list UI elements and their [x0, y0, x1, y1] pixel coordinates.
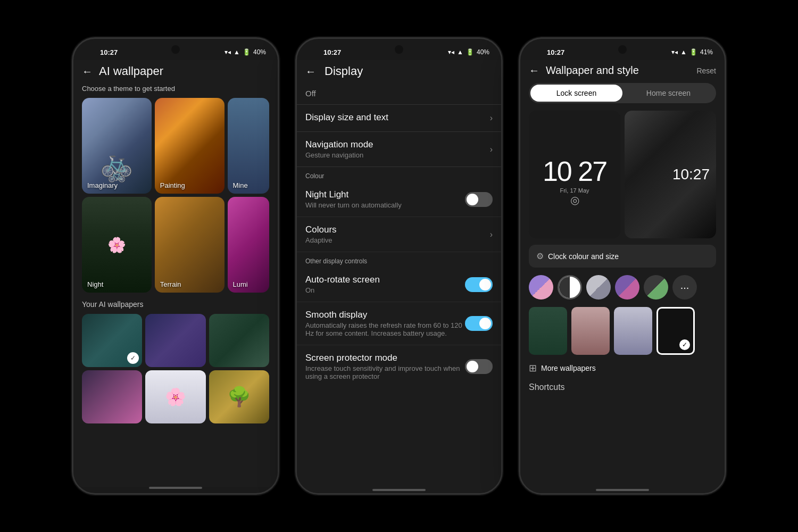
display-header: ← Display: [297, 60, 501, 86]
theme-mine[interactable]: Mine: [228, 98, 269, 194]
phones-container: 10:27 ▾◂ ▲ 🔋 40% ← AI wallpaper Choose a…: [61, 27, 737, 505]
clock-colour-button[interactable]: ⚙ Clock colour and size: [529, 245, 716, 268]
tab-lock-screen[interactable]: Lock screen: [530, 85, 622, 102]
preview-time-right: 10:27: [672, 166, 710, 183]
wifi-icon-3: ▾◂: [671, 48, 678, 56]
preview-pane-right: 10:27: [625, 111, 716, 238]
phone-2: 10:27 ▾◂ ▲ 🔋 40% ← Display Off Display s…: [295, 37, 503, 495]
colour-option-1[interactable]: [529, 275, 553, 300]
theme-section-label: Choose a theme to get started: [73, 85, 278, 98]
status-bar-1: 10:27 ▾◂ ▲ 🔋 40%: [73, 39, 278, 60]
more-wallpapers-button[interactable]: ⊞ More wallpapers: [520, 355, 725, 374]
signal-icon-3: ▲: [680, 48, 687, 56]
theme-label-lumi: Lumi: [233, 280, 248, 288]
screen-protector-toggle[interactable]: [465, 359, 493, 374]
phone-3: 10:27 ▾◂ ▲ 🔋 41% ← Wallpaper and style R…: [519, 37, 726, 495]
nav-mode-text: Navigation mode Gesture navigation: [305, 139, 490, 159]
colour-option-5[interactable]: [644, 275, 668, 300]
screen-protector-title: Screen protector mode: [305, 353, 465, 363]
theme-label-painting: Painting: [160, 181, 185, 189]
wallpaper-thumb-1[interactable]: [529, 307, 567, 355]
back-arrow-1[interactable]: ←: [82, 65, 93, 78]
colour-option-4[interactable]: [615, 275, 639, 300]
tab-home-screen[interactable]: Home screen: [622, 85, 714, 102]
theme-imaginary[interactable]: 🚲 Imaginary: [82, 98, 152, 194]
more-wallpapers-label: More wallpapers: [541, 364, 596, 372]
back-arrow-3[interactable]: ←: [529, 64, 539, 77]
flower-icon: 🌸: [107, 236, 126, 254]
theme-thumb-imaginary: 🚲: [82, 98, 152, 194]
colour-option-3[interactable]: [586, 275, 611, 300]
battery-icon-2: 🔋: [466, 48, 474, 56]
wallpaper-preview-container: 10 27 Fri, 17 May ◎ 10:27: [520, 111, 725, 238]
settings-colours[interactable]: Colours Adaptive ›: [297, 217, 501, 252]
phone-1: 10:27 ▾◂ ▲ 🔋 40% ← AI wallpaper Choose a…: [72, 37, 279, 495]
status-bar-3: 10:27 ▾◂ ▲ 🔋 41%: [520, 39, 725, 60]
back-arrow-2[interactable]: ←: [305, 65, 316, 78]
auto-rotate-title: Auto-rotate screen: [305, 275, 465, 285]
theme-label-mine: Mine: [233, 181, 248, 189]
signal-icon-2: ▲: [457, 48, 463, 56]
display-settings-list: Off Display size and text › Navigation m…: [297, 86, 501, 489]
auto-rotate-toggle[interactable]: [465, 277, 493, 292]
tab-switcher: Lock screen Home screen: [529, 83, 716, 103]
other-controls-label: Other display controls: [297, 252, 501, 267]
smooth-display-toggle[interactable]: [465, 316, 493, 331]
fingerprint-icon: ◎: [570, 194, 579, 206]
theme-thumb-painting: [155, 98, 225, 194]
colour-circles: ···: [520, 268, 725, 300]
shortcuts-label: Shortcuts: [520, 374, 725, 392]
night-light-toggle[interactable]: [465, 192, 493, 207]
colours-text: Colours Adaptive: [305, 225, 490, 244]
settings-night-light: Night Light Will never turn on automatic…: [297, 182, 501, 217]
theme-painting[interactable]: Painting: [155, 98, 225, 194]
wallpaper-thumb-2[interactable]: [571, 307, 610, 355]
time-2: 10:27: [323, 48, 341, 56]
clock-colour-label: Clock colour and size: [548, 252, 619, 261]
ai-wallpaper-3[interactable]: [209, 314, 269, 367]
wallpaper-thumb-3[interactable]: [614, 307, 652, 355]
colour-option-2[interactable]: [558, 275, 582, 300]
battery-icon-3: 🔋: [689, 48, 697, 56]
settings-display-size[interactable]: Display size and text ›: [297, 105, 501, 132]
chevron-right-2: ›: [490, 145, 493, 154]
chevron-right-1: ›: [490, 113, 493, 123]
ai-wallpaper-6[interactable]: 🌳: [209, 370, 269, 423]
settings-smooth-display: Smooth display Automatically raises the …: [297, 302, 501, 345]
settings-nav-mode[interactable]: Navigation mode Gesture navigation ›: [297, 132, 501, 167]
chevron-right-3: ›: [490, 230, 493, 239]
ai-wallpaper-1[interactable]: ✓: [82, 314, 142, 367]
screen-protector-text: Screen protector mode Increase touch sen…: [305, 353, 465, 380]
wallpaper-header-left: ← Wallpaper and style: [529, 64, 639, 77]
theme-thumb-mine: [228, 98, 269, 194]
auto-rotate-sub: On: [305, 286, 465, 294]
battery-pct-2: 40%: [477, 48, 489, 56]
theme-label-night: Night: [87, 280, 103, 288]
wifi-icon: ▾◂: [225, 48, 231, 56]
ai-wallpaper-4[interactable]: [82, 370, 142, 423]
status-icons-3: ▾◂ ▲ 🔋 41%: [671, 48, 713, 56]
phone1-screen: ← AI wallpaper Choose a theme to get sta…: [73, 60, 278, 487]
reset-button[interactable]: Reset: [696, 66, 716, 75]
wallpaper-title: Wallpaper and style: [546, 64, 639, 77]
night-light-sub: Will never turn on automatically: [305, 201, 465, 209]
phone1-title: AI wallpaper: [99, 64, 163, 78]
gear-icon: ⚙: [536, 251, 544, 261]
wallpaper-thumb-4-selected[interactable]: [656, 307, 695, 355]
ai-wallpaper-2[interactable]: [145, 314, 205, 367]
status-bar-2: 10:27 ▾◂ ▲ 🔋 40%: [297, 39, 501, 60]
wallpaper-thumbnails-row: [520, 300, 725, 355]
wallpaper-header: ← Wallpaper and style Reset: [520, 60, 725, 83]
battery-pct-1: 40%: [253, 48, 266, 56]
theme-lumi[interactable]: Lumi: [228, 197, 269, 293]
more-colours-button[interactable]: ···: [672, 275, 697, 300]
theme-night[interactable]: 🌸 Night: [82, 197, 152, 293]
ai-wallpaper-5[interactable]: 🌸: [145, 370, 205, 423]
smooth-display-title: Smooth display: [305, 310, 465, 320]
theme-thumb-night: 🌸: [82, 197, 152, 293]
theme-label-imaginary: Imaginary: [87, 181, 118, 189]
theme-thumb-terrain: [155, 197, 225, 293]
settings-screen-protector: Screen protector mode Increase touch sen…: [297, 345, 501, 388]
night-light-title: Night Light: [305, 189, 465, 200]
theme-terrain[interactable]: Terrain: [155, 197, 225, 293]
